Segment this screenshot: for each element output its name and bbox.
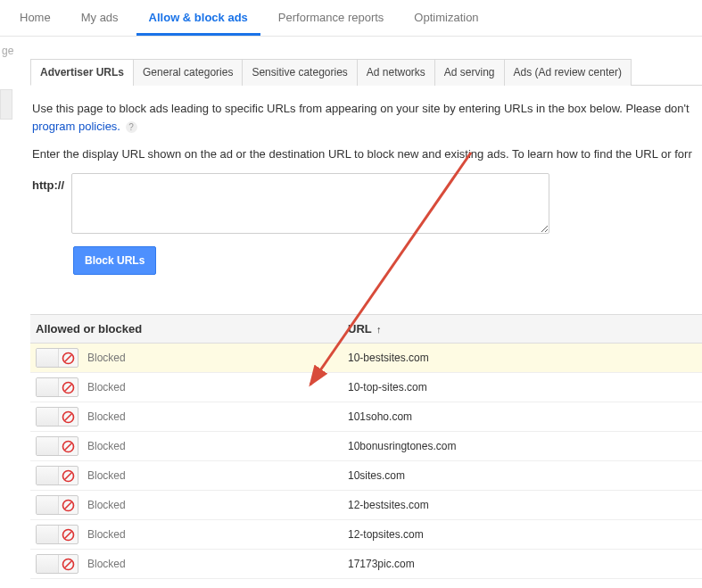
status-label: Blocked: [87, 410, 126, 423]
status-cell: Blocked: [30, 432, 343, 460]
url-cell: 10sites.com: [343, 462, 702, 489]
url-cell: 17173pic.com: [343, 551, 702, 577]
allow-block-toggle[interactable]: [36, 436, 78, 456]
url-input[interactable]: [71, 173, 549, 234]
header-url-col[interactable]: URL ↑: [343, 315, 702, 343]
status-label: Blocked: [87, 499, 126, 511]
http-label: http://: [32, 173, 64, 192]
sidebar-text: ge: [0, 45, 12, 57]
toggle-allowed-slot: [37, 467, 59, 484]
url-cell: 12-bestsites.com: [343, 492, 702, 518]
status-cell: Blocked: [30, 461, 343, 490]
svg-line-7: [65, 443, 72, 450]
toggle-allowed-slot: [37, 526, 59, 543]
status-cell: Blocked: [30, 373, 343, 402]
sort-asc-icon: ↑: [376, 324, 382, 335]
blocked-icon: [59, 495, 78, 515]
description-text: Use this page to block ads leading to sp…: [32, 100, 700, 135]
status-cell: Blocked: [30, 520, 343, 549]
status-label: Blocked: [87, 352, 126, 364]
blocked-icon: [59, 554, 78, 574]
url-cell: 10-bestsites.com: [343, 344, 702, 371]
table-row: Blocked10-top-sites.com: [30, 373, 702, 402]
url-cell: 10-top-sites.com: [343, 374, 702, 401]
url-cell: 101soho.com: [343, 403, 702, 430]
allow-block-toggle[interactable]: [36, 554, 78, 574]
sub-tab-advertiser-urls[interactable]: Advertiser URLs: [30, 59, 134, 86]
help-icon[interactable]: ?: [126, 121, 137, 133]
blocked-icon: [59, 407, 78, 427]
blocked-icon: [59, 377, 78, 397]
main-content: Advertiser URLsGeneral categoriesSensiti…: [16, 37, 702, 579]
toggle-allowed-slot: [37, 437, 59, 455]
description-2: Enter the display URL shown on the ad or…: [32, 147, 700, 161]
svg-line-3: [65, 384, 72, 391]
allow-block-toggle[interactable]: [36, 348, 78, 368]
status-label: Blocked: [87, 440, 126, 452]
top-nav-item-allow-block-ads[interactable]: Allow & block ads: [136, 0, 260, 36]
allow-block-toggle[interactable]: [36, 377, 78, 397]
url-cell: 10bonusringtones.com: [343, 433, 702, 460]
blocked-urls-table: Allowed or blocked URL ↑ Blocked10-bests…: [30, 314, 702, 579]
status-label: Blocked: [87, 528, 126, 541]
sub-tabs: Advertiser URLsGeneral categoriesSensiti…: [30, 58, 702, 86]
svg-line-13: [65, 531, 72, 538]
top-nav-item-home[interactable]: Home: [7, 0, 63, 36]
top-nav-item-performance-reports[interactable]: Performance reports: [266, 0, 397, 36]
table-row: Blocked12-topsites.com: [30, 520, 702, 550]
sub-tab-general-categories[interactable]: General categories: [133, 59, 243, 86]
status-cell: Blocked: [30, 550, 343, 578]
status-label: Blocked: [87, 381, 126, 393]
status-label: Blocked: [87, 558, 126, 570]
blocked-icon: [59, 525, 78, 544]
allow-block-toggle[interactable]: [36, 495, 78, 515]
top-nav: HomeMy adsAllow & block adsPerformance r…: [0, 0, 702, 37]
sub-tab-sensitive-categories[interactable]: Sensitive categories: [242, 59, 357, 86]
svg-line-11: [65, 501, 72, 509]
blocked-icon: [59, 436, 78, 456]
blocked-icon: [59, 348, 78, 368]
toggle-allowed-slot: [37, 496, 59, 514]
table-row: Blocked17173pic.com: [30, 550, 702, 579]
header-status-col[interactable]: Allowed or blocked: [30, 315, 343, 343]
svg-line-5: [65, 413, 72, 420]
sub-tab-ads-ad-review-center-[interactable]: Ads (Ad review center): [504, 59, 632, 86]
sidebar-partial-box: [0, 89, 12, 120]
status-cell: Blocked: [30, 344, 343, 372]
header-url-label: URL: [348, 322, 371, 335]
table-header: Allowed or blocked URL ↑: [30, 315, 702, 344]
table-row: Blocked10sites.com: [30, 461, 702, 491]
top-nav-item-optimization[interactable]: Optimization: [401, 0, 491, 36]
table-row: Blocked12-bestsites.com: [30, 491, 702, 520]
status-cell: Blocked: [30, 491, 343, 519]
svg-line-9: [65, 472, 72, 479]
sub-tab-ad-networks[interactable]: Ad networks: [357, 59, 435, 86]
status-label: Blocked: [87, 469, 126, 482]
url-cell: 12-topsites.com: [343, 521, 702, 548]
toggle-allowed-slot: [37, 408, 59, 426]
toggle-allowed-slot: [37, 555, 59, 573]
sidebar-fragment: ge: [0, 41, 12, 120]
top-nav-item-my-ads[interactable]: My ads: [69, 0, 131, 36]
svg-line-15: [65, 560, 72, 567]
toggle-allowed-slot: [37, 349, 59, 367]
svg-line-1: [65, 354, 72, 361]
allow-block-toggle[interactable]: [36, 466, 78, 485]
table-row: Blocked10-bestsites.com: [30, 344, 702, 373]
allow-block-toggle[interactable]: [36, 407, 78, 427]
program-policies-link[interactable]: program policies.: [32, 120, 120, 133]
sub-tab-ad-serving[interactable]: Ad serving: [434, 59, 505, 86]
url-input-row: http://: [32, 173, 700, 234]
block-urls-button[interactable]: Block URLs: [73, 246, 156, 275]
status-cell: Blocked: [30, 402, 343, 431]
table-row: Blocked101soho.com: [30, 402, 702, 432]
toggle-allowed-slot: [37, 378, 59, 396]
description-part1: Use this page to block ads leading to sp…: [32, 102, 690, 115]
blocked-icon: [59, 466, 78, 485]
allow-block-toggle[interactable]: [36, 525, 78, 544]
table-row: Blocked10bonusringtones.com: [30, 432, 702, 461]
